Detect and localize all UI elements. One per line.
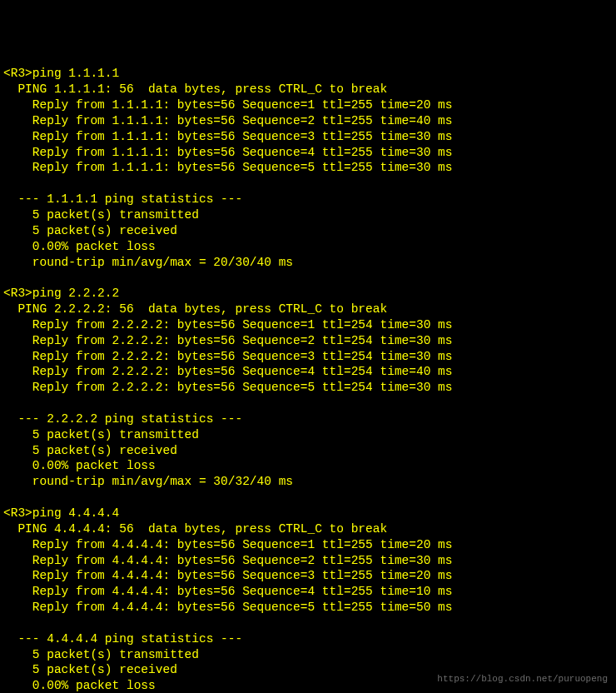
ping-reply: Reply from 1.1.1.1: bytes=56 Sequence=1 … — [3, 97, 613, 113]
ping-reply: Reply from 4.4.4.4: bytes=56 Sequence=1 … — [3, 537, 613, 553]
stats-header: --- 2.2.2.2 ping statistics --- — [3, 411, 613, 427]
command-line: <R3>ping 2.2.2.2 — [3, 286, 613, 302]
ping-header: PING 4.4.4.4: 56 data bytes, press CTRL_… — [3, 521, 613, 537]
ping-reply: Reply from 4.4.4.4: bytes=56 Sequence=5 … — [3, 600, 613, 616]
stats-line: 0.00% packet loss — [3, 458, 613, 474]
blank-line — [3, 490, 613, 506]
ping-reply: Reply from 4.4.4.4: bytes=56 Sequence=3 … — [3, 568, 613, 584]
ping-reply: Reply from 1.1.1.1: bytes=56 Sequence=5 … — [3, 160, 613, 176]
ping-reply: Reply from 2.2.2.2: bytes=56 Sequence=3 … — [3, 349, 613, 365]
command-line: <R3>ping 1.1.1.1 — [3, 66, 613, 82]
stats-header: --- 1.1.1.1 ping statistics --- — [3, 192, 613, 207]
ping-reply: Reply from 4.4.4.4: bytes=56 Sequence=2 … — [3, 553, 613, 569]
ping-header: PING 1.1.1.1: 56 data bytes, press CTRL_… — [3, 82, 613, 97]
stats-line: round-trip min/avg/max = 20/30/40 ms — [3, 255, 613, 271]
stats-line: 0.00% packet loss — [3, 239, 613, 255]
ping-reply: Reply from 1.1.1.1: bytes=56 Sequence=2 … — [3, 113, 613, 129]
stats-line: 5 packet(s) transmitted — [3, 207, 613, 223]
ping-reply: Reply from 2.2.2.2: bytes=56 Sequence=2 … — [3, 333, 613, 349]
stats-line: 5 packet(s) transmitted — [3, 647, 613, 663]
ping-header: PING 2.2.2.2: 56 data bytes, press CTRL_… — [3, 302, 613, 317]
blank-line — [3, 616, 613, 631]
stats-header: --- 4.4.4.4 ping statistics --- — [3, 631, 613, 647]
stats-line: 5 packet(s) received — [3, 223, 613, 239]
stats-line: 5 packet(s) transmitted — [3, 427, 613, 443]
ping-reply: Reply from 2.2.2.2: bytes=56 Sequence=1 … — [3, 317, 613, 333]
stats-line: round-trip min/avg/max = 30/32/40 ms — [3, 474, 613, 490]
ping-reply: Reply from 1.1.1.1: bytes=56 Sequence=4 … — [3, 145, 613, 161]
blank-line — [3, 270, 613, 286]
ping-reply: Reply from 1.1.1.1: bytes=56 Sequence=3 … — [3, 129, 613, 145]
ping-reply: Reply from 2.2.2.2: bytes=56 Sequence=4 … — [3, 364, 613, 380]
terminal-output[interactable]: <R3>ping 1.1.1.1 PING 1.1.1.1: 56 data b… — [3, 66, 613, 693]
ping-reply: Reply from 2.2.2.2: bytes=56 Sequence=5 … — [3, 380, 613, 396]
ping-reply: Reply from 4.4.4.4: bytes=56 Sequence=4 … — [3, 584, 613, 600]
watermark-text: https://blog.csdn.net/puruopeng — [437, 673, 608, 685]
blank-line — [3, 396, 613, 411]
stats-line: 5 packet(s) received — [3, 443, 613, 459]
command-line: <R3>ping 4.4.4.4 — [3, 506, 613, 521]
blank-line — [3, 176, 613, 192]
